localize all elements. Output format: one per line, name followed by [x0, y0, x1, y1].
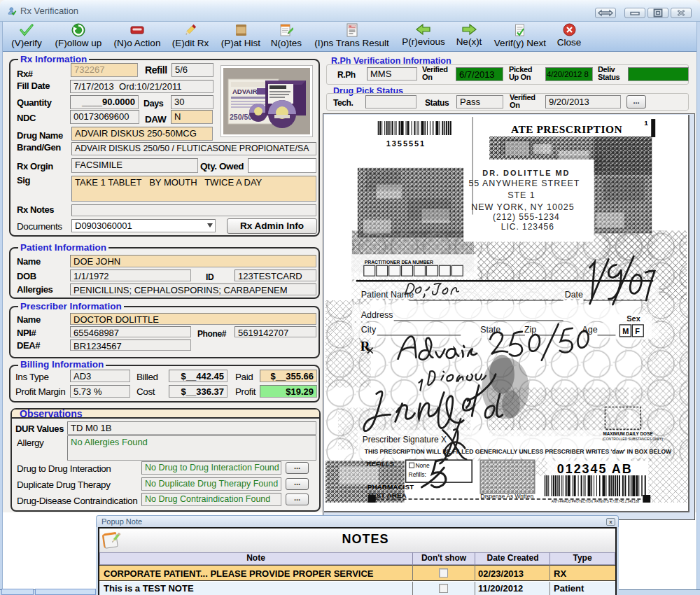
svg-text:PRACTITIONER DEA NUMBER: PRACTITIONER DEA NUMBER: [365, 260, 433, 265]
svg-text:None: None: [415, 462, 430, 469]
svg-text:R: R: [360, 339, 370, 354]
svg-text:City: City: [361, 325, 377, 335]
svg-text:(CONTROLLED SUBSTANCES ONLY): (CONTROLLED SUBSTANCES ONLY): [602, 437, 663, 441]
svg-text:REFILLS: REFILLS: [367, 460, 394, 468]
svg-text:Prescriber Signature X: Prescriber Signature X: [363, 435, 447, 444]
svg-text:55 ANYWHERE STREET: 55 ANYWHERE STREET: [468, 178, 580, 188]
svg-text:ADVAIR: ADVAIR: [232, 88, 258, 95]
svg-text:1: 1: [644, 119, 648, 127]
svg-text:THIS PRESCRIPTION WILL BE FILL: THIS PRESCRIPTION WILL BE FILLED GENERIC…: [365, 448, 672, 455]
svg-text:F: F: [635, 327, 640, 335]
svg-text:(212) 555-1234: (212) 555-1234: [493, 213, 560, 223]
svg-text:STE 1: STE 1: [507, 190, 536, 200]
svg-text:LIC. 123456: LIC. 123456: [501, 222, 554, 232]
svg-text:Refills:: Refills:: [409, 471, 426, 478]
svg-text:NEW YORK, NY 10025: NEW YORK, NY 10025: [471, 202, 574, 212]
svg-text:Sex: Sex: [626, 314, 640, 323]
svg-text:012345 AB: 012345 AB: [557, 462, 633, 476]
svg-text:Date: Date: [565, 290, 583, 300]
svg-text:Age: Age: [582, 325, 598, 335]
svg-text:1355551: 1355551: [386, 139, 426, 148]
svg-text:M: M: [622, 327, 629, 335]
svg-text:250/50: 250/50: [230, 113, 252, 121]
svg-text:ATE PRESCRIPTION: ATE PRESCRIPTION: [511, 123, 622, 135]
svg-text:PHARMACIST: PHARMACIST: [368, 483, 414, 491]
svg-text:Address: Address: [361, 310, 393, 320]
svg-text:MAXIMUM DAILY DOSE: MAXIMUM DAILY DOSE: [603, 431, 652, 436]
svg-text:ANTI-FRAUD PROTECTION. PATENTS: ANTI-FRAUD PROTECTION. PATENTS 4,738,745…: [552, 500, 640, 503]
svg-text:Zip: Zip: [524, 325, 536, 335]
svg-text:DR. DOLITTLE MD: DR. DOLITTLE MD: [482, 169, 570, 177]
